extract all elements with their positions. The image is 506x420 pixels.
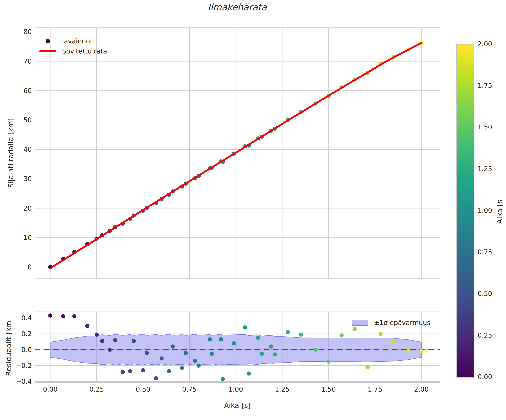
colorbar	[456, 44, 474, 378]
residual-dot	[113, 338, 117, 342]
residual-dot	[366, 365, 370, 369]
residual-dot	[94, 332, 99, 337]
x-axis-label: Aika [s]	[224, 401, 251, 410]
residual-dot	[193, 359, 197, 363]
residual-dot	[299, 332, 303, 337]
colorbar-label: Aika [s]	[496, 197, 504, 224]
main-ytick-label: 0	[11, 263, 32, 271]
residual-dot	[379, 332, 383, 336]
residual-legend: ±1σ epävarmuus	[352, 319, 431, 326]
main-ytick-label: 50	[11, 116, 32, 124]
residual-dot	[243, 325, 247, 330]
residual-dot	[340, 333, 344, 338]
legend-band-label: ±1σ epävarmuus	[374, 319, 431, 326]
residual-dot	[167, 369, 171, 373]
residual-dot	[141, 368, 145, 373]
fit-line-icon	[39, 50, 56, 52]
residual-dot	[260, 352, 264, 356]
residual-dot	[232, 341, 236, 345]
residual-dot	[313, 348, 318, 352]
main-ytick-label: 70	[11, 58, 32, 65]
colorbar-tick-label: 1.00	[478, 207, 492, 214]
residual-xtick-label: 1.00	[225, 386, 247, 393]
residual-dot	[120, 370, 125, 374]
residual-ytick-label: −0.2	[11, 362, 32, 369]
residual-dot	[273, 352, 277, 357]
residual-dot	[406, 348, 410, 352]
legend-item-observations: Havainnot	[39, 37, 107, 45]
colorbar-tick-label: 1.25	[478, 165, 492, 173]
residual-dot	[85, 324, 89, 328]
main-ytick-label: 10	[11, 234, 32, 241]
residual-dot	[128, 369, 132, 373]
residual-dot	[219, 337, 223, 341]
legend-fit-label: Sovitettu rata	[62, 47, 107, 55]
residual-dot	[145, 351, 149, 355]
observations-dot-icon	[46, 39, 50, 43]
residual-dot	[208, 337, 212, 341]
residual-dot	[180, 366, 184, 370]
residual-dot	[210, 352, 214, 356]
residual-dot	[154, 376, 158, 380]
residual-dot	[61, 314, 65, 318]
residual-dot	[48, 313, 52, 318]
uncertainty-band-icon	[352, 320, 368, 326]
main-legend: Havainnot Sovitettu rata	[39, 37, 107, 55]
residual-dot	[160, 356, 164, 360]
colorbar-tick-label: 1.75	[478, 82, 492, 89]
main-ytick-label: 20	[11, 205, 32, 212]
residual-dot	[247, 372, 251, 376]
main-ytick-label: 30	[11, 175, 32, 183]
main-ytick-label: 60	[11, 87, 32, 95]
colorbar-tick-label: 2.00	[478, 40, 492, 48]
main-ytick-label: 40	[11, 146, 32, 153]
legend-item-band: ±1σ epävarmuus	[352, 319, 431, 326]
residual-dot	[392, 339, 396, 343]
colorbar-tick-label: 1.50	[478, 123, 492, 131]
main-axes	[35, 27, 440, 279]
residual-dot	[72, 314, 76, 318]
residual-xtick-label: 1.50	[318, 386, 340, 393]
residual-dot	[108, 348, 112, 352]
residual-dot	[100, 339, 104, 343]
colorbar-tick-label: 0.00	[478, 373, 492, 380]
residual-dot	[286, 330, 290, 334]
colorbar-tick-label: 0.50	[478, 290, 492, 297]
residual-ytick-label: 0.4	[11, 314, 32, 322]
chart-title: Ilmakehärata	[208, 2, 267, 12]
residual-xtick-label: 2.00	[410, 386, 433, 393]
residual-dot	[132, 339, 136, 343]
legend-observations-label: Havainnot	[59, 37, 93, 45]
residual-dot	[221, 377, 225, 381]
residual-dot	[327, 359, 331, 364]
residual-dot	[171, 345, 175, 349]
main-ytick-label: 80	[11, 28, 32, 35]
residual-xtick-label: 0.25	[85, 386, 108, 393]
residual-xtick-label: 0.50	[132, 386, 154, 393]
residual-ytick-label: −0.4	[11, 378, 32, 385]
residual-dot	[184, 351, 188, 355]
residual-dot	[269, 345, 273, 349]
residual-xtick-label: 0.75	[178, 386, 201, 393]
residual-dot	[197, 364, 201, 368]
residual-xtick-label: 0.00	[39, 386, 61, 393]
legend-item-fit: Sovitettu rata	[39, 47, 107, 55]
residual-dot	[256, 336, 260, 340]
colorbar-tick-label: 0.75	[478, 248, 492, 256]
residual-xtick-label: 1.25	[271, 386, 293, 393]
residual-ytick-label: 0.0	[11, 346, 32, 353]
figure: Ilmakehärata Sijainti radalla [km] Resid…	[0, 0, 506, 420]
colorbar-tick-label: 0.25	[478, 332, 492, 339]
residual-ytick-label: 0.2	[11, 330, 32, 338]
residual-dot	[419, 349, 423, 353]
residual-xtick-label: 1.75	[364, 386, 386, 393]
residual-dot	[353, 327, 357, 331]
